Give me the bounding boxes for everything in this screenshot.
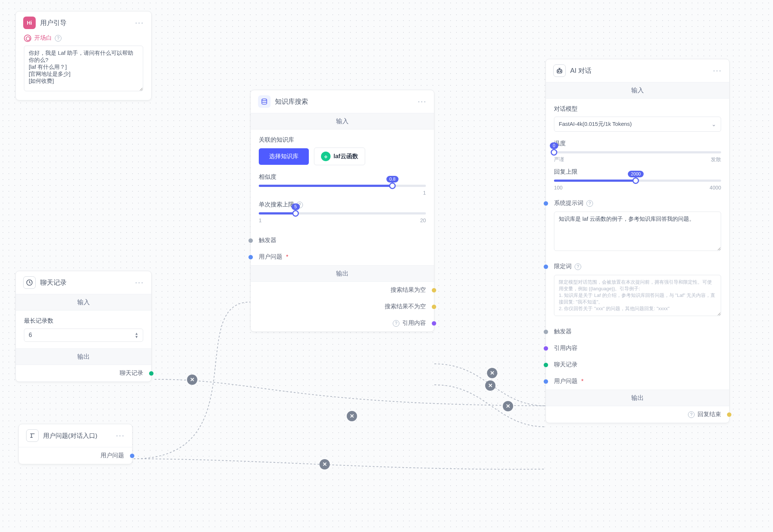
temperature-slider[interactable]: 0 bbox=[554, 151, 721, 153]
in-system-prompt[interactable]: 系统提示词 ? bbox=[546, 199, 729, 212]
help-icon[interactable]: ? bbox=[393, 320, 399, 327]
node-title: 用户问题(对话入口) bbox=[43, 432, 112, 440]
kb-chip[interactable]: ⟐ laf云函数 bbox=[314, 148, 365, 165]
text-input-icon bbox=[26, 429, 39, 442]
in-user-question[interactable]: 用户问题* bbox=[251, 249, 434, 265]
target-icon bbox=[24, 35, 31, 42]
help-icon[interactable]: ? bbox=[575, 263, 581, 270]
model-select[interactable]: FastAI-4k(0.015元/1k Tokens) ⌄ bbox=[554, 117, 721, 132]
out-quote[interactable]: ? 引用内容 bbox=[251, 315, 434, 331]
in-limiter[interactable]: 限定词 ? bbox=[546, 258, 729, 275]
max-records-label: 最长记录数 bbox=[24, 317, 143, 325]
node-title: 用户引导 bbox=[40, 18, 131, 27]
node-menu-button[interactable]: ··· bbox=[135, 18, 144, 28]
max-reply-slider[interactable]: 2000 bbox=[554, 180, 721, 182]
input-section: 输入 bbox=[16, 294, 151, 311]
chevron-down-icon: ⌄ bbox=[712, 121, 716, 128]
in-user-question[interactable]: 用户问题* bbox=[546, 373, 729, 390]
svg-point-4 bbox=[560, 71, 561, 72]
help-icon[interactable]: ? bbox=[586, 200, 593, 207]
kb-chip-icon: ⟐ bbox=[321, 152, 331, 161]
out-user-question[interactable]: 用户问题 bbox=[19, 447, 132, 464]
node-kb-search[interactable]: 知识库搜索 ··· 输入 关联的知识库 选择知识库 ⟐ laf云函数 相似度 0… bbox=[250, 90, 434, 332]
node-title: AI 对话 bbox=[570, 66, 709, 75]
in-quote[interactable]: 引用内容 bbox=[546, 340, 729, 357]
node-ai-chat[interactable]: AI 对话 ··· 输入 对话模型 FastAI-4k(0.015元/1k To… bbox=[546, 59, 730, 423]
search-limit-label: 单次搜索上限 bbox=[259, 201, 294, 209]
step-down[interactable]: ▼ bbox=[135, 335, 138, 338]
node-user-question[interactable]: 用户问题(对话入口) ··· 用户问题 bbox=[18, 424, 133, 464]
node-menu-button[interactable]: ··· bbox=[418, 97, 427, 106]
temp-label: 温度 bbox=[554, 140, 721, 148]
node-chat-history[interactable]: 聊天记录 ··· 输入 最长记录数 6 ▲▼ 输出 聊天记录 bbox=[15, 271, 152, 382]
node-title: 聊天记录 bbox=[40, 278, 131, 287]
edge-delete-1[interactable]: ✕ bbox=[187, 375, 197, 385]
output-section: 输出 bbox=[251, 265, 434, 282]
hi-icon: Hi bbox=[23, 17, 36, 29]
node-menu-button[interactable]: ··· bbox=[116, 431, 125, 440]
svg-point-3 bbox=[558, 71, 559, 72]
output-section: 输出 bbox=[16, 348, 151, 365]
max-records-stepper[interactable]: 6 ▲▼ bbox=[24, 329, 143, 342]
opening-textarea[interactable] bbox=[24, 46, 143, 91]
model-label: 对话模型 bbox=[554, 105, 721, 113]
out-empty[interactable]: 搜索结果为空 bbox=[251, 282, 434, 298]
in-history[interactable]: 聊天记录 bbox=[546, 357, 729, 373]
svg-point-1 bbox=[262, 99, 267, 101]
edge-delete-3[interactable]: ✕ bbox=[320, 459, 330, 469]
help-icon[interactable]: ? bbox=[55, 35, 61, 42]
output-section: 输出 bbox=[546, 390, 729, 406]
select-kb-button[interactable]: 选择知识库 bbox=[259, 148, 309, 165]
similarity-label: 相似度 bbox=[259, 173, 426, 181]
clock-icon bbox=[23, 276, 36, 289]
node-title: 知识库搜索 bbox=[275, 97, 413, 106]
edge-delete-2[interactable]: ✕ bbox=[347, 411, 357, 421]
similarity-slider[interactable]: 0.8 bbox=[259, 185, 426, 187]
edge-delete-4[interactable]: ✕ bbox=[487, 368, 497, 378]
out-history[interactable]: 聊天记录 bbox=[16, 365, 151, 382]
opening-label: 开场白 bbox=[34, 34, 52, 42]
edge-delete-6[interactable]: ✕ bbox=[503, 401, 513, 411]
search-limit-slider[interactable]: 5 bbox=[259, 212, 426, 214]
input-section: 输入 bbox=[251, 113, 434, 130]
database-icon bbox=[258, 95, 271, 108]
related-kb-label: 关联的知识库 bbox=[259, 136, 426, 144]
out-reply-end[interactable]: ? 回复结束 bbox=[546, 406, 729, 423]
node-menu-button[interactable]: ··· bbox=[713, 66, 722, 75]
edge-delete-5[interactable]: ✕ bbox=[485, 380, 495, 391]
limiter-textarea[interactable] bbox=[554, 275, 721, 316]
node-user-guide[interactable]: Hi 用户引导 ··· 开场白 ? bbox=[15, 11, 152, 100]
robot-icon bbox=[553, 64, 566, 77]
in-trigger[interactable]: 触发器 bbox=[251, 232, 434, 249]
out-not-empty[interactable]: 搜索结果不为空 bbox=[251, 298, 434, 315]
help-icon[interactable]: ? bbox=[688, 411, 695, 418]
node-menu-button[interactable]: ··· bbox=[135, 278, 144, 287]
input-section: 输入 bbox=[546, 82, 729, 99]
in-trigger[interactable]: 触发器 bbox=[546, 323, 729, 340]
system-prompt-textarea[interactable] bbox=[554, 212, 721, 251]
